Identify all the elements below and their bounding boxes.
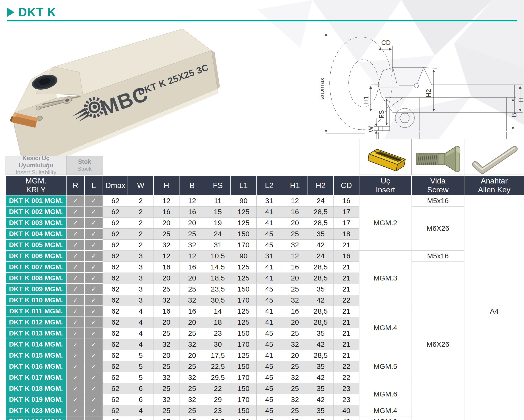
dim-cd: 21 (333, 240, 359, 250)
dim-dmax: 62 (103, 295, 128, 306)
allen-key-image-cell (464, 139, 524, 176)
stock-check-r: ✓ (66, 383, 85, 394)
dim-h1: 16 (282, 306, 308, 317)
insert-type: MGM.3 (359, 416, 411, 420)
dim-w: 4 (128, 306, 154, 317)
dim-b: 25 (179, 228, 205, 240)
dim-w: 3 (128, 295, 154, 306)
dim-fs: 18 (205, 317, 231, 328)
dim-h1: 12 (282, 250, 308, 262)
dim-h1: 20 (282, 273, 308, 283)
dim-l1: 150 (231, 361, 256, 372)
dim-b: 20 (179, 350, 205, 361)
col-header-h1: H1 (282, 176, 308, 195)
dim-dmax: 62 (103, 306, 128, 317)
dim-w: 3 (128, 262, 154, 273)
dim-h2: 24 (308, 250, 333, 262)
stock-check-r: ✓ (66, 416, 85, 420)
dim-l1: 150 (231, 383, 256, 394)
dim-cd: 21 (333, 350, 359, 361)
dim-h: 20 (154, 350, 179, 361)
dim-l2: 45 (256, 416, 282, 420)
dim-fs: 10,5 (205, 250, 231, 262)
dim-w: 6 (128, 394, 154, 405)
insert-suitability-tr: Kesici Uç Uyumluluğu (6, 154, 66, 169)
dim-h1: 12 (282, 195, 308, 206)
dim-h2: 28,5 (308, 350, 333, 361)
dim-b: 32 (179, 295, 205, 306)
stock-check-r: ✓ (66, 295, 85, 306)
dim-h2: 28,5 (308, 262, 333, 273)
dim-h: 12 (154, 250, 179, 262)
dim-l1: 125 (231, 262, 256, 273)
dim-l2: 45 (256, 372, 282, 383)
dim-cd: 40 (333, 416, 359, 420)
pre-header-row: Kesici Uç Uyumluluğu Insert Suitability … (6, 139, 524, 176)
product-code: DKT K 013 MGM. (6, 328, 66, 339)
dim-fs: 23,5 (205, 283, 231, 295)
product-code: DKT K 023 MGM. (6, 405, 66, 416)
dim-l2: 41 (256, 262, 282, 273)
dim-b: 32 (179, 394, 205, 405)
dim-cd: 22 (333, 372, 359, 383)
insert-type: MGM.3 (359, 250, 411, 306)
stock-check-l: ✓ (85, 328, 103, 339)
stock-check-l: ✓ (85, 405, 103, 416)
insert-suitability-label: Kesici Uç Uyumluluğu Insert Suitability (6, 156, 66, 175)
stock-tr: Stok (78, 158, 91, 165)
dim-l1: 125 (231, 273, 256, 283)
dim-w: 4 (128, 339, 154, 350)
dim-h2: 28,5 (308, 306, 333, 317)
dim-l2: 45 (256, 328, 282, 339)
table-row: DKT K 001 MGM.✓✓6221212119031122416MGM.2… (6, 195, 524, 206)
dim-h1: 25 (282, 228, 308, 240)
col-header-screw-en: Screw (412, 185, 464, 194)
dim-h1: 32 (282, 372, 308, 383)
dim-h1: 20 (282, 350, 308, 361)
dim-dmax: 62 (103, 328, 128, 339)
dim-l1: 170 (231, 372, 256, 383)
col-header-dmax: Dmax (103, 176, 128, 195)
dim-h1: 32 (282, 339, 308, 350)
dim-h1: 25 (282, 383, 308, 394)
dim-h: 32 (154, 240, 179, 250)
stock-check-r: ✓ (66, 405, 85, 416)
dim-w: 2 (128, 217, 154, 228)
dim-cd: 17 (333, 217, 359, 228)
dim-dmax: 62 (103, 240, 128, 250)
dim-h: 25 (154, 405, 179, 416)
stock-check-r: ✓ (66, 317, 85, 328)
insert-type: MGM.4 (359, 405, 411, 416)
product-code: DKT K 019 MGM. (6, 394, 66, 405)
stock-check-l: ✓ (85, 217, 103, 228)
dim-cd: 21 (333, 306, 359, 317)
dim-w: 5 (128, 372, 154, 383)
stock-check-r: ✓ (66, 250, 85, 262)
dim-l2: 45 (256, 228, 282, 240)
dim-fs: 23,5 (205, 416, 231, 420)
dim-dmax: 62 (103, 383, 128, 394)
dim-l2: 45 (256, 405, 282, 416)
dim-dmax: 62 (103, 217, 128, 228)
dim-l1: 125 (231, 206, 256, 217)
dim-fs: 31 (205, 240, 231, 250)
table-row: DKT K 007 MGM.✓✓623161614,5125411628,521… (6, 262, 524, 273)
dim-b: 25 (179, 383, 205, 394)
dim-h1: 20 (282, 217, 308, 228)
stock-check-r: ✓ (66, 217, 85, 228)
dim-b: 16 (179, 306, 205, 317)
col-header-fs: FS (205, 176, 231, 195)
product-code: DKT K 009 MGM. (6, 283, 66, 295)
dim-h2: 42 (308, 339, 333, 350)
stock-check-l: ✓ (85, 317, 103, 328)
product-code: DKT K 011 MGM. (6, 306, 66, 317)
dim-b: 25 (179, 361, 205, 372)
product-code: DKT K 007 MGM. (6, 262, 66, 273)
col-header-h: H (154, 176, 179, 195)
dim-cd: 21 (333, 283, 359, 295)
stock-check-l: ✓ (85, 339, 103, 350)
dim-fs: 23 (205, 405, 231, 416)
stock-check-l: ✓ (85, 350, 103, 361)
dim-l2: 45 (256, 361, 282, 372)
col-header-screw: Vida Screw (411, 176, 464, 195)
